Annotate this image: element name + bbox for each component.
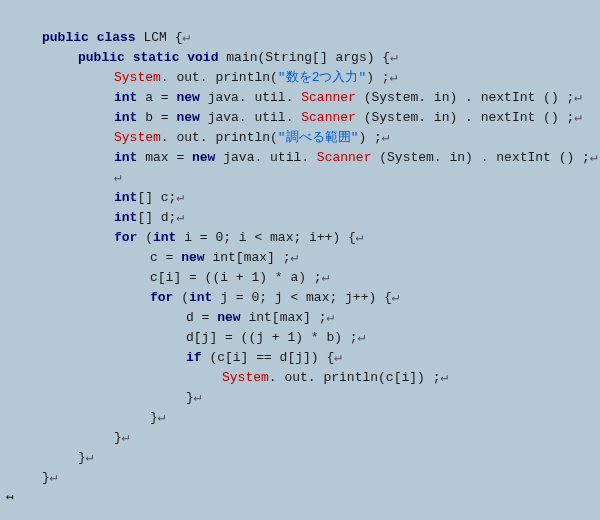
kw-new: new	[192, 150, 215, 165]
newline-icon: ↵	[440, 370, 448, 385]
newline-icon: ↵	[334, 350, 342, 365]
type-int: int	[114, 190, 137, 205]
newline-icon: ↵	[290, 250, 298, 265]
type-int: int	[189, 290, 212, 305]
for-rest: j = 0; j < max; j++) {	[212, 290, 391, 305]
kw-void: void	[187, 50, 218, 65]
for-rest: i = 0; i < max; i++) {	[176, 230, 355, 245]
scanner-tail: (System. in) . nextInt () ;	[371, 150, 589, 165]
out-print: . out. println(c[i]) ;	[269, 370, 441, 385]
cls-scanner: Scanner	[301, 90, 356, 105]
cls-scanner: Scanner	[317, 150, 372, 165]
newline-icon: ↵	[574, 90, 582, 105]
decl-c: [] c;	[137, 190, 176, 205]
pkg: java. util.	[200, 90, 301, 105]
expr-dj: d[j] = ((j + 1) * b) ;	[186, 330, 358, 345]
method-name: main	[226, 50, 257, 65]
newline-icon: ↵	[390, 70, 398, 85]
type-int: int	[114, 110, 137, 125]
string-literal: "数を2つ入力"	[278, 70, 366, 85]
class-name: LCM	[143, 30, 166, 45]
newline-icon: ↵	[322, 270, 330, 285]
kw-public: public	[78, 50, 125, 65]
new-array: int[max] ;	[241, 310, 327, 325]
newline-icon: ↵	[590, 150, 598, 165]
newline-icon: ↵	[194, 390, 202, 405]
brace-close: }	[42, 470, 50, 485]
pkg: java. util.	[215, 150, 316, 165]
stmt-end: ) ;	[358, 130, 381, 145]
newline-icon: ↵	[392, 290, 400, 305]
kw-static: static	[133, 50, 180, 65]
kw-new: new	[176, 90, 199, 105]
newline-icon: ↵	[382, 130, 390, 145]
kw-new: new	[176, 110, 199, 125]
kw-if: if	[186, 350, 202, 365]
type-int: int	[153, 230, 176, 245]
stmt-end: ) ;	[366, 70, 389, 85]
kw-new: new	[217, 310, 240, 325]
kw-for: for	[114, 230, 137, 245]
kw-new: new	[181, 250, 204, 265]
cursor-icon: ↤	[6, 490, 14, 505]
code-block: public class LCM {↵ public static void m…	[0, 0, 600, 516]
brace-close: }	[186, 390, 194, 405]
newline-icon: ↵	[358, 330, 366, 345]
newline-icon: ↵	[182, 30, 190, 45]
type-int: int	[114, 150, 137, 165]
method-sig: (String[] args) {	[258, 50, 391, 65]
brace-close: }	[78, 450, 86, 465]
scanner-tail: (System. in) . nextInt () ;	[356, 110, 574, 125]
cls-scanner: Scanner	[301, 110, 356, 125]
newline-icon: ↵	[176, 190, 184, 205]
scanner-tail: (System. in) . nextInt () ;	[356, 90, 574, 105]
newline-icon: ↵	[176, 210, 184, 225]
cls-system: System	[222, 370, 269, 385]
newline-icon: ↵	[50, 470, 58, 485]
brace-close: }	[150, 410, 158, 425]
type-int: int	[114, 90, 137, 105]
var-a: a =	[137, 90, 176, 105]
new-array: int[max] ;	[205, 250, 291, 265]
newline-icon: ↵	[574, 110, 582, 125]
pkg: java. util.	[200, 110, 301, 125]
newline-icon: ↵	[114, 170, 122, 185]
var-b: b =	[137, 110, 176, 125]
newline-icon: ↵	[356, 230, 364, 245]
var-max: max =	[137, 150, 192, 165]
cls-system: System	[114, 130, 161, 145]
cls-system: System	[114, 70, 161, 85]
newline-icon: ↵	[158, 410, 166, 425]
assign-c: c =	[150, 250, 181, 265]
newline-icon: ↵	[122, 430, 130, 445]
for-open: (	[173, 290, 189, 305]
kw-public: public	[42, 30, 89, 45]
string-literal: "調べる範囲"	[278, 130, 359, 145]
brace-close: }	[114, 430, 122, 445]
type-int: int	[114, 210, 137, 225]
decl-d: [] d;	[137, 210, 176, 225]
assign-d: d =	[186, 310, 217, 325]
out-print: . out. println(	[161, 70, 278, 85]
expr-ci: c[i] = ((i + 1) * a) ;	[150, 270, 322, 285]
for-open: (	[137, 230, 153, 245]
newline-icon: ↵	[390, 50, 398, 65]
kw-for: for	[150, 290, 173, 305]
if-cond: (c[i] == d[j]) {	[202, 350, 335, 365]
newline-icon: ↵	[86, 450, 94, 465]
newline-icon: ↵	[326, 310, 334, 325]
kw-class: class	[97, 30, 136, 45]
out-print: . out. println(	[161, 130, 278, 145]
